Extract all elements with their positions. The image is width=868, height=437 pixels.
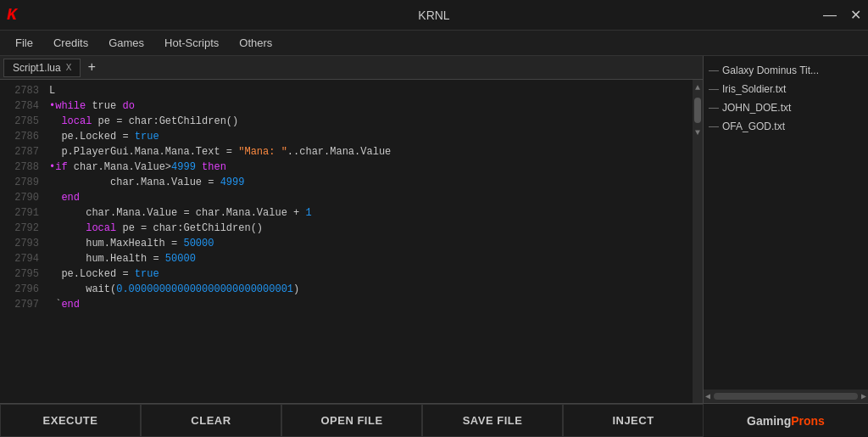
tree-item-1[interactable]: — Galaxy Dominus Tit... [707,61,865,80]
title-bar: K KRNL — ✕ [0,0,868,31]
scroll-left-arrow[interactable]: ◀ [705,391,710,401]
file-tree: — Galaxy Dominus Tit... — Iris_Soldier.t… [704,56,868,389]
tree-item-2[interactable]: — Iris_Soldier.txt [707,80,865,98]
open-file-button[interactable]: OPEN FILE [281,404,422,437]
add-tab-button[interactable]: + [84,60,99,76]
active-tab[interactable]: Script1.lua X [3,59,81,77]
tree-item-4[interactable]: — OFA_GOD.txt [707,117,865,136]
code-area: 2783 2784 2785 2786 2787 2788 2789 2790 … [0,80,703,403]
menu-file[interactable]: File [7,33,42,53]
vertical-scrollbar[interactable]: ▲ ▼ [693,80,703,403]
tab-label: Script1.lua [13,62,61,74]
h-scroll-thumb[interactable] [714,393,858,400]
menu-games[interactable]: Games [100,33,153,53]
brand-logo: GamingProns [747,414,825,428]
line-numbers: 2783 2784 2785 2786 2787 2788 2789 2790 … [0,80,42,403]
menu-others[interactable]: Others [231,33,281,53]
scroll-down-arrow[interactable]: ▼ [693,126,702,139]
minimize-button[interactable]: — [823,8,837,23]
tab-bar: Script1.lua X + [0,56,703,80]
app-title: KRNL [418,8,449,22]
execute-button[interactable]: EXECUTE [0,404,141,437]
code-editor[interactable]: L •while true do local pe = char:GetChil… [42,80,693,403]
menu-credits[interactable]: Credits [45,33,97,53]
bottom-toolbar: EXECUTE CLEAR OPEN FILE SAVE FILE INJECT… [0,403,868,437]
right-panel: — Galaxy Dominus Tit... — Iris_Soldier.t… [704,56,868,403]
editor-panel: Script1.lua X + 2783 2784 2785 2786 2787… [0,56,704,403]
menu-hotscripts[interactable]: Hot-Scripts [156,33,227,53]
menu-bar: File Credits Games Hot-Scripts Others [0,31,868,56]
horizontal-scrollbar[interactable]: ◀ ▶ [704,389,868,403]
window-controls: — ✕ [823,7,861,23]
inject-button[interactable]: INJECT [563,404,704,437]
save-file-button[interactable]: SAVE FILE [422,404,563,437]
scroll-right-arrow[interactable]: ▶ [861,391,866,401]
app-logo: K [7,5,17,25]
scroll-thumb[interactable] [694,98,701,123]
brand-logo-area: GamingProns [704,404,868,437]
tree-item-3[interactable]: — JOHN_DOE.txt [707,98,865,117]
clear-button[interactable]: CLEAR [141,404,281,437]
close-tab-button[interactable]: X [66,63,72,72]
scroll-up-arrow[interactable]: ▲ [693,81,702,94]
main-content: Script1.lua X + 2783 2784 2785 2786 2787… [0,56,868,403]
close-button[interactable]: ✕ [850,7,861,23]
